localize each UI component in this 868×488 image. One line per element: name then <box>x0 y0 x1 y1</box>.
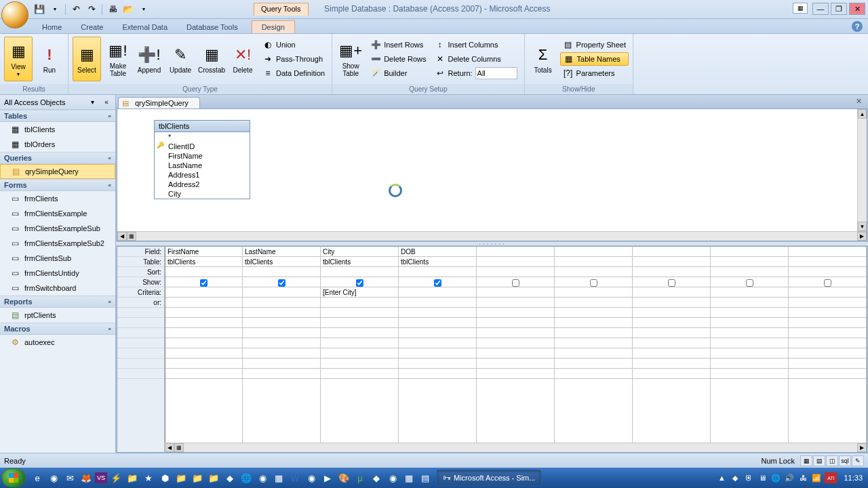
tray-icon[interactable]: ▲ <box>716 472 727 483</box>
crosstab-button[interactable]: ▦Crosstab <box>197 37 226 81</box>
tray-icon[interactable]: ⛨ <box>743 472 754 483</box>
tray-icon[interactable]: 🖥 <box>757 472 768 483</box>
app-icon[interactable]: ◆ <box>369 470 384 485</box>
nav-group-queries[interactable]: Queries« <box>0 152 115 164</box>
app-icon[interactable]: ▦ <box>401 470 416 485</box>
grid-cell[interactable] <box>789 247 866 257</box>
scroll-left-icon[interactable]: ◀ <box>117 232 127 241</box>
parameters-button[interactable]: [?]Parameters <box>560 66 629 80</box>
print-icon[interactable]: 🖶 <box>106 3 119 16</box>
append-button[interactable]: ➕!Append <box>135 37 163 81</box>
show-checkbox[interactable] <box>824 279 831 287</box>
scroll-up-icon[interactable]: ▲ <box>858 109 867 119</box>
app-icon[interactable]: ⬢ <box>157 470 172 485</box>
grid-cell[interactable] <box>321 277 398 287</box>
grid-cell[interactable] <box>711 277 788 287</box>
scroll-right-icon[interactable]: ▶ <box>857 443 867 452</box>
folder-icon[interactable]: 📁 <box>206 470 221 485</box>
show-checkbox[interactable] <box>434 279 441 287</box>
field-LastName[interactable]: LastName <box>155 161 250 170</box>
app-icon[interactable]: ▦ <box>271 470 286 485</box>
grid-cell[interactable] <box>633 277 710 287</box>
grid-cell[interactable]: [Enter City] <box>321 287 398 298</box>
grid-cell[interactable]: tblClients <box>165 257 242 267</box>
grid-cell[interactable] <box>555 247 632 257</box>
grid-cell[interactable] <box>243 267 320 277</box>
nav-header[interactable]: All Access Objects ▾ « <box>0 95 115 110</box>
grid-cell[interactable] <box>633 247 710 257</box>
data-definition-button[interactable]: ≡Data Definition <box>260 66 328 80</box>
maximize-button[interactable]: ❐ <box>831 3 847 15</box>
grid-cell[interactable] <box>477 267 554 277</box>
grid-cell[interactable] <box>477 277 554 287</box>
tab-design[interactable]: Design <box>252 20 295 33</box>
folder-icon[interactable]: 📁 <box>190 470 205 485</box>
tray-icon[interactable]: 🌐 <box>770 472 781 483</box>
nav-item-frmclients[interactable]: frmClients <box>0 191 115 206</box>
minimize-button[interactable]: — <box>812 3 829 15</box>
nav-group-reports[interactable]: Reports« <box>0 296 115 308</box>
field-FirstName[interactable]: FirstName <box>155 151 250 161</box>
open-icon[interactable]: 📂 <box>121 3 135 16</box>
nav-group-macros[interactable]: Macros« <box>0 323 115 335</box>
winamp-icon[interactable]: ⚡ <box>108 470 123 485</box>
taskbar-app-access[interactable]: 🗝Microsoft Access - Sim... <box>437 470 541 486</box>
pivot-table-view-button[interactable]: ▤ <box>813 455 825 466</box>
word-icon[interactable]: W <box>288 470 302 485</box>
grid-cell[interactable] <box>165 287 242 298</box>
property-sheet-button[interactable]: ▤Property Sheet <box>560 38 629 52</box>
show-table-button[interactable]: ▦+Show Table <box>336 37 365 81</box>
firefox-icon[interactable]: 🦊 <box>79 470 94 485</box>
grid-cell[interactable]: DOB <box>399 247 476 257</box>
totals-button[interactable]: ΣTotals <box>529 37 557 81</box>
grid-cell[interactable]: FirstName <box>165 247 242 257</box>
table-names-button[interactable]: ▦Table Names <box>560 52 629 66</box>
table-box-title[interactable]: tblClients <box>155 121 250 132</box>
shutter-bar-icon[interactable]: « <box>102 98 111 107</box>
grid-cell[interactable] <box>633 267 710 277</box>
nav-item-qrysimplequery[interactable]: qrySimpleQuery <box>0 164 115 179</box>
app-icon[interactable]: 🌐 <box>239 470 254 485</box>
redo-icon[interactable]: ↷ <box>85 3 98 16</box>
horizontal-scrollbar-grid[interactable]: ◀▦▶ <box>165 443 867 452</box>
nav-item-frmclientsexamplesub2[interactable]: frmClientsExampleSub2 <box>0 236 115 251</box>
vs-icon[interactable]: VS <box>95 472 107 483</box>
office-orb-button[interactable] <box>1 1 28 28</box>
save-icon[interactable]: 💾 <box>33 3 46 16</box>
grid-cell[interactable] <box>477 247 554 257</box>
delete-columns-button[interactable]: ✕Delete Columns <box>432 52 520 66</box>
app-icon[interactable]: ★ <box>141 470 156 485</box>
make-table-button[interactable]: ▦!Make Table <box>104 37 132 81</box>
grid-cell[interactable]: tblClients <box>321 257 398 267</box>
app-icon[interactable]: ◉ <box>255 470 270 485</box>
grid-cell[interactable] <box>477 257 554 267</box>
grid-cell[interactable] <box>711 267 788 277</box>
builder-button[interactable]: 🪄Builder <box>368 66 429 80</box>
tab-create[interactable]: Create <box>71 21 113 33</box>
grid-cell[interactable] <box>633 298 710 308</box>
pane-splitter[interactable]: • • • • • • • <box>116 241 868 246</box>
passthrough-button[interactable]: ➜Pass-Through <box>260 52 328 66</box>
paint-icon[interactable]: 🎨 <box>336 470 351 485</box>
app-icon[interactable]: ◉ <box>385 470 400 485</box>
grid-cell[interactable] <box>399 287 476 298</box>
show-checkbox[interactable] <box>668 279 675 287</box>
view-button[interactable]: ▦View▼ <box>4 37 33 81</box>
field-ClientID[interactable]: ClientID <box>155 142 250 151</box>
ie-icon[interactable]: e <box>30 470 45 485</box>
nav-item-tblclients[interactable]: tblClients <box>0 122 115 137</box>
clock[interactable]: 11:33 <box>844 474 863 482</box>
grid-cell[interactable] <box>477 298 554 308</box>
picasa-icon[interactable]: ◉ <box>304 470 319 485</box>
grid-cell[interactable]: tblClients <box>399 257 476 267</box>
select-query-button[interactable]: ▦Select <box>73 37 101 81</box>
grid-cell[interactable] <box>165 267 242 277</box>
close-button[interactable]: ✕ <box>849 3 865 15</box>
show-checkbox[interactable] <box>278 279 285 287</box>
show-checkbox[interactable] <box>590 279 597 287</box>
grid-cell[interactable] <box>711 287 788 298</box>
grid-cell[interactable] <box>555 277 632 287</box>
app-icon[interactable]: ▤ <box>418 470 433 485</box>
close-doc-icon[interactable]: ✕ <box>856 97 865 106</box>
grid-cell[interactable] <box>399 277 476 287</box>
